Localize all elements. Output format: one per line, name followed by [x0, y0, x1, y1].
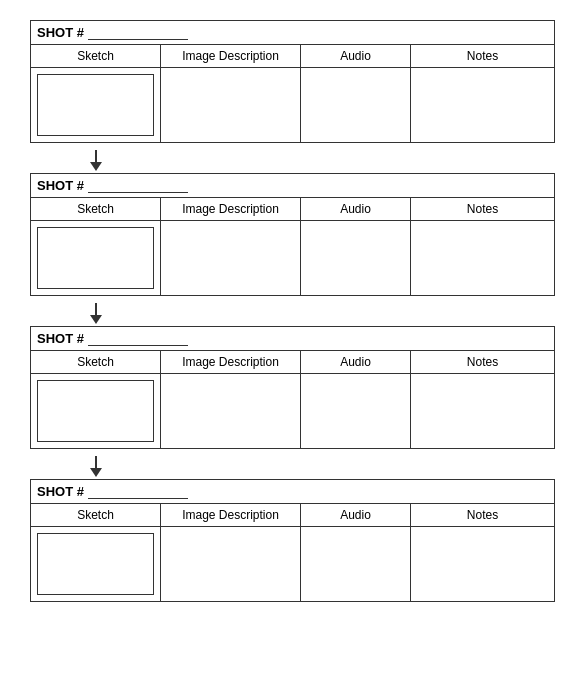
- shot-table-4: Sketch Image Description Audio Notes: [30, 503, 555, 602]
- arrow-shaft-1: [95, 150, 97, 162]
- col-header-image-desc-3: Image Description: [161, 351, 301, 374]
- shot-table-2: Sketch Image Description Audio Notes: [30, 197, 555, 296]
- notes-cell-4[interactable]: [411, 527, 555, 602]
- col-header-image-desc-4: Image Description: [161, 504, 301, 527]
- shot-header-1: SHOT #: [30, 20, 555, 44]
- image-desc-cell-2[interactable]: [161, 221, 301, 296]
- audio-cell-3[interactable]: [301, 374, 411, 449]
- sketch-drawing-area-3[interactable]: [37, 380, 154, 442]
- col-header-notes-2: Notes: [411, 198, 555, 221]
- col-header-image-desc-2: Image Description: [161, 198, 301, 221]
- shot-number-line-2[interactable]: [88, 179, 188, 193]
- shot-label-3: SHOT #: [37, 331, 84, 346]
- notes-cell-2[interactable]: [411, 221, 555, 296]
- arrow-shaft-2: [95, 303, 97, 315]
- arrow-down-2: [90, 303, 102, 324]
- sketch-drawing-area-4[interactable]: [37, 533, 154, 595]
- shot-table-3: Sketch Image Description Audio Notes: [30, 350, 555, 449]
- arrow-head-1: [90, 162, 102, 171]
- notes-cell-1[interactable]: [411, 68, 555, 143]
- table-row: [31, 374, 555, 449]
- image-desc-cell-4[interactable]: [161, 527, 301, 602]
- shot-number-line-3[interactable]: [88, 332, 188, 346]
- col-header-sketch-4: Sketch: [31, 504, 161, 527]
- audio-cell-1[interactable]: [301, 68, 411, 143]
- arrow-down-3: [90, 456, 102, 477]
- sketch-drawing-area-2[interactable]: [37, 227, 154, 289]
- arrow-3: [30, 455, 555, 477]
- arrow-head-2: [90, 315, 102, 324]
- table-row: [31, 221, 555, 296]
- col-header-notes-1: Notes: [411, 45, 555, 68]
- notes-cell-3[interactable]: [411, 374, 555, 449]
- sketch-drawing-area-1[interactable]: [37, 74, 154, 136]
- col-header-sketch-3: Sketch: [31, 351, 161, 374]
- sketch-cell-2[interactable]: [31, 221, 161, 296]
- shot-block-3: SHOT # Sketch Image Description Audio No…: [30, 326, 555, 449]
- shot-block-4: SHOT # Sketch Image Description Audio No…: [30, 479, 555, 602]
- shot-header-4: SHOT #: [30, 479, 555, 503]
- sketch-cell-1[interactable]: [31, 68, 161, 143]
- shot-header-3: SHOT #: [30, 326, 555, 350]
- image-desc-cell-3[interactable]: [161, 374, 301, 449]
- arrow-head-3: [90, 468, 102, 477]
- col-header-audio-3: Audio: [301, 351, 411, 374]
- col-header-image-desc-1: Image Description: [161, 45, 301, 68]
- shot-label-4: SHOT #: [37, 484, 84, 499]
- audio-cell-4[interactable]: [301, 527, 411, 602]
- shot-block-1: SHOT # Sketch Image Description Audio No…: [30, 20, 555, 143]
- shot-header-2: SHOT #: [30, 173, 555, 197]
- col-header-notes-4: Notes: [411, 504, 555, 527]
- shot-number-line-4[interactable]: [88, 485, 188, 499]
- sketch-cell-3[interactable]: [31, 374, 161, 449]
- table-row: [31, 527, 555, 602]
- col-header-audio-2: Audio: [301, 198, 411, 221]
- col-header-sketch-2: Sketch: [31, 198, 161, 221]
- table-row: [31, 68, 555, 143]
- col-header-notes-3: Notes: [411, 351, 555, 374]
- shot-label-2: SHOT #: [37, 178, 84, 193]
- col-header-audio-4: Audio: [301, 504, 411, 527]
- audio-cell-2[interactable]: [301, 221, 411, 296]
- shot-table-1: Sketch Image Description Audio Notes: [30, 44, 555, 143]
- col-header-sketch-1: Sketch: [31, 45, 161, 68]
- shot-number-line-1[interactable]: [88, 26, 188, 40]
- arrow-1: [30, 149, 555, 171]
- col-header-audio-1: Audio: [301, 45, 411, 68]
- image-desc-cell-1[interactable]: [161, 68, 301, 143]
- arrow-shaft-3: [95, 456, 97, 468]
- sketch-cell-4[interactable]: [31, 527, 161, 602]
- shot-label-1: SHOT #: [37, 25, 84, 40]
- shot-block-2: SHOT # Sketch Image Description Audio No…: [30, 173, 555, 296]
- arrow-down-1: [90, 150, 102, 171]
- arrow-2: [30, 302, 555, 324]
